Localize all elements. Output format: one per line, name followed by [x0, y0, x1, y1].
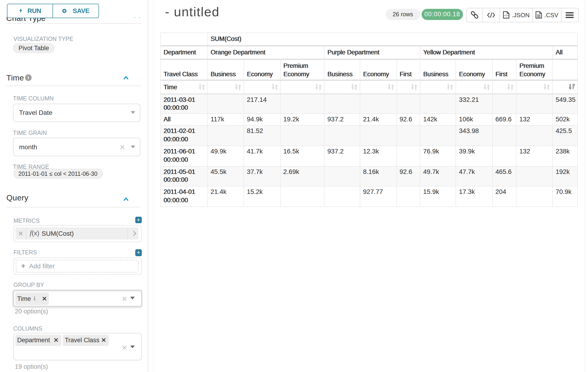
- svg-text:</>: </>: [504, 14, 509, 17]
